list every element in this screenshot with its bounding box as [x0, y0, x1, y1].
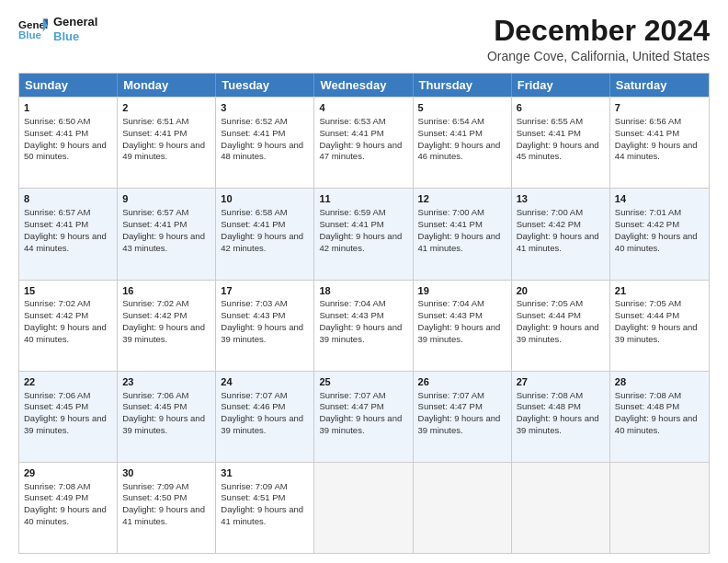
header-tuesday: Tuesday [216, 74, 314, 97]
svg-text:Blue: Blue [18, 29, 42, 40]
sunrise-label: Sunrise: 7:07 AM [418, 390, 484, 400]
calendar-header: Sunday Monday Tuesday Wednesday Thursday… [19, 74, 709, 97]
daylight-label: Daylight: 9 hours and 39 minutes. [517, 413, 599, 435]
cal-cell: 28Sunrise: 7:08 AMSunset: 4:48 PMDayligh… [610, 372, 709, 462]
daylight-label: Daylight: 9 hours and 48 minutes. [221, 140, 303, 162]
day-number: 23 [122, 375, 210, 389]
cal-cell: 6Sunrise: 6:55 AMSunset: 4:41 PMDaylight… [512, 98, 610, 188]
day-number: 29 [24, 466, 112, 480]
sunrise-label: Sunrise: 6:59 AM [319, 207, 385, 217]
day-number: 25 [319, 375, 407, 389]
header-saturday: Saturday [610, 74, 709, 97]
cal-cell: 21Sunrise: 7:05 AMSunset: 4:44 PMDayligh… [610, 281, 709, 371]
sunset-label: Sunset: 4:48 PM [615, 401, 679, 411]
sunrise-label: Sunrise: 6:51 AM [122, 116, 188, 126]
sunset-label: Sunset: 4:43 PM [418, 310, 483, 320]
sunset-label: Sunset: 4:41 PM [418, 219, 483, 229]
cal-cell: 3Sunrise: 6:52 AMSunset: 4:41 PMDaylight… [216, 98, 314, 188]
sunrise-label: Sunrise: 6:50 AM [24, 116, 90, 126]
sunset-label: Sunset: 4:42 PM [615, 219, 679, 229]
month-title: December 2024 [487, 15, 710, 47]
cal-cell: 24Sunrise: 7:07 AMSunset: 4:46 PMDayligh… [216, 372, 314, 462]
cal-cell: 22Sunrise: 7:06 AMSunset: 4:45 PMDayligh… [19, 372, 118, 462]
sunrise-label: Sunrise: 7:05 AM [615, 298, 681, 308]
day-number: 1 [24, 101, 112, 115]
sunrise-label: Sunrise: 7:09 AM [122, 481, 188, 491]
day-number: 30 [122, 466, 210, 480]
daylight-label: Daylight: 9 hours and 39 minutes. [122, 322, 205, 344]
day-number: 20 [517, 284, 605, 298]
sunset-label: Sunset: 4:47 PM [418, 401, 483, 411]
day-number: 15 [24, 284, 112, 298]
day-number: 24 [221, 375, 309, 389]
day-number: 7 [615, 101, 704, 115]
header-thursday: Thursday [414, 74, 512, 97]
daylight-label: Daylight: 9 hours and 40 minutes. [24, 504, 107, 526]
sunset-label: Sunset: 4:48 PM [517, 401, 581, 411]
cal-cell: 20Sunrise: 7:05 AMSunset: 4:44 PMDayligh… [512, 281, 610, 371]
sunrise-label: Sunrise: 7:04 AM [319, 298, 385, 308]
daylight-label: Daylight: 9 hours and 39 minutes. [24, 413, 107, 435]
day-number: 11 [319, 192, 407, 206]
sunset-label: Sunset: 4:43 PM [221, 310, 285, 320]
sunrise-label: Sunrise: 7:09 AM [221, 481, 287, 491]
cal-cell: 19Sunrise: 7:04 AMSunset: 4:43 PMDayligh… [414, 281, 512, 371]
cal-cell: 26Sunrise: 7:07 AMSunset: 4:47 PMDayligh… [414, 372, 512, 462]
cal-cell: 5Sunrise: 6:54 AMSunset: 4:41 PMDaylight… [414, 98, 512, 188]
logo-icon: General Blue [18, 17, 48, 42]
sunrise-label: Sunrise: 7:07 AM [221, 390, 287, 400]
cal-cell: 12Sunrise: 7:00 AMSunset: 4:41 PMDayligh… [414, 189, 512, 279]
week-row-2: 15Sunrise: 7:02 AMSunset: 4:42 PMDayligh… [19, 280, 709, 371]
daylight-label: Daylight: 9 hours and 39 minutes. [221, 413, 303, 435]
sunrise-label: Sunrise: 7:06 AM [24, 390, 90, 400]
sunrise-label: Sunrise: 7:05 AM [517, 298, 583, 308]
header-wednesday: Wednesday [314, 74, 413, 97]
sunrise-label: Sunrise: 6:52 AM [221, 116, 287, 126]
day-number: 5 [418, 101, 506, 115]
daylight-label: Daylight: 9 hours and 50 minutes. [24, 140, 107, 162]
day-number: 27 [517, 375, 605, 389]
week-row-1: 8Sunrise: 6:57 AMSunset: 4:41 PMDaylight… [19, 188, 709, 279]
cal-cell [610, 463, 709, 553]
daylight-label: Daylight: 9 hours and 39 minutes. [221, 322, 303, 344]
day-number: 14 [615, 192, 704, 206]
sunset-label: Sunset: 4:42 PM [517, 219, 581, 229]
daylight-label: Daylight: 9 hours and 39 minutes. [418, 322, 501, 344]
cal-cell: 7Sunrise: 6:56 AMSunset: 4:41 PMDaylight… [610, 98, 709, 188]
sunset-label: Sunset: 4:41 PM [319, 219, 383, 229]
cal-cell [512, 463, 610, 553]
daylight-label: Daylight: 9 hours and 39 minutes. [319, 413, 402, 435]
sunset-label: Sunset: 4:43 PM [319, 310, 383, 320]
day-number: 19 [418, 284, 506, 298]
cal-cell: 1Sunrise: 6:50 AMSunset: 4:41 PMDaylight… [19, 98, 118, 188]
day-number: 12 [418, 192, 506, 206]
day-number: 9 [122, 192, 210, 206]
daylight-label: Daylight: 9 hours and 41 minutes. [517, 231, 599, 253]
cal-cell: 27Sunrise: 7:08 AMSunset: 4:48 PMDayligh… [512, 372, 610, 462]
cal-cell: 18Sunrise: 7:04 AMSunset: 4:43 PMDayligh… [314, 281, 413, 371]
header-sunday: Sunday [19, 74, 118, 97]
cal-cell: 8Sunrise: 6:57 AMSunset: 4:41 PMDaylight… [19, 189, 118, 279]
sunrise-label: Sunrise: 7:00 AM [517, 207, 583, 217]
cal-cell: 25Sunrise: 7:07 AMSunset: 4:47 PMDayligh… [314, 372, 413, 462]
sunset-label: Sunset: 4:41 PM [221, 128, 285, 138]
daylight-label: Daylight: 9 hours and 40 minutes. [24, 322, 107, 344]
sunset-label: Sunset: 4:42 PM [24, 310, 88, 320]
cal-cell: 9Sunrise: 6:57 AMSunset: 4:41 PMDaylight… [118, 189, 216, 279]
sunset-label: Sunset: 4:42 PM [122, 310, 187, 320]
cal-cell [314, 463, 413, 553]
day-number: 4 [319, 101, 407, 115]
week-row-4: 29Sunrise: 7:08 AMSunset: 4:49 PMDayligh… [19, 462, 709, 553]
sunset-label: Sunset: 4:47 PM [319, 401, 383, 411]
sunrise-label: Sunrise: 6:57 AM [122, 207, 188, 217]
sunset-label: Sunset: 4:41 PM [517, 128, 581, 138]
header-monday: Monday [118, 74, 216, 97]
daylight-label: Daylight: 9 hours and 45 minutes. [517, 140, 599, 162]
sunrise-label: Sunrise: 7:08 AM [615, 390, 681, 400]
daylight-label: Daylight: 9 hours and 39 minutes. [418, 413, 501, 435]
sunrise-label: Sunrise: 6:57 AM [24, 207, 90, 217]
sunset-label: Sunset: 4:49 PM [24, 492, 88, 502]
daylight-label: Daylight: 9 hours and 41 minutes. [418, 231, 501, 253]
cal-cell: 14Sunrise: 7:01 AMSunset: 4:42 PMDayligh… [610, 189, 709, 279]
title-block: December 2024 Orange Cove, California, U… [487, 15, 710, 63]
